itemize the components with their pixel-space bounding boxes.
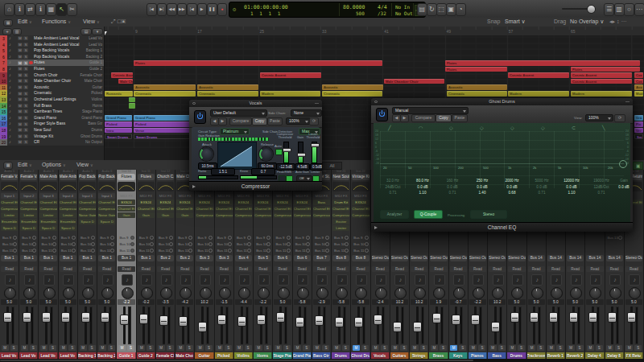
strip-mute-button[interactable]: M (333, 345, 341, 351)
more-icon[interactable]: ⋯ (634, 3, 644, 16)
volume-value[interactable]: 10.2 (196, 299, 213, 305)
track-sort-button[interactable]: ▤ (80, 28, 92, 35)
output-slot[interactable]: Bus 1 (138, 255, 155, 261)
processing-dropdown[interactable]: Stereo (470, 210, 507, 219)
pan-knob[interactable] (394, 287, 407, 299)
lcd-tempo[interactable]: 80.0000 (343, 4, 365, 10)
strip-mute-button[interactable]: M (489, 345, 497, 351)
pause-button[interactable]: ❚❚ (207, 3, 217, 16)
fader-knob[interactable] (198, 322, 207, 332)
fader-knob[interactable] (139, 314, 148, 324)
output-slot[interactable]: Bus 14 (606, 255, 623, 261)
region-grand-piano[interactable]: Grand Piano (105, 115, 132, 121)
arrange-menu-edit[interactable]: Edit ∨ (18, 19, 32, 24)
automation-mode-button[interactable]: Read (489, 266, 506, 272)
send-slot[interactable]: Bus 9 (313, 235, 330, 241)
fader-knob[interactable] (257, 315, 266, 325)
snap-value[interactable]: Smart ∨ (505, 19, 526, 25)
strip-solo-button[interactable]: S (322, 345, 329, 351)
track-solo-button[interactable]: S (23, 92, 28, 96)
plugin-slot[interactable]: Gain (118, 212, 134, 218)
output-slot[interactable]: Bus 1 (39, 255, 56, 261)
fader-knob[interactable] (101, 312, 109, 323)
pan-knob[interactable] (297, 287, 309, 299)
send-knob[interactable] (52, 236, 56, 240)
strip-mute-button[interactable]: M (216, 345, 223, 351)
plugin-slot[interactable]: Compressor (294, 212, 311, 218)
region-cinematic[interactable]: Cinematic (197, 91, 258, 97)
send-knob[interactable] (345, 242, 349, 246)
send-knob[interactable] (110, 249, 114, 253)
pan-knob[interactable] (316, 287, 328, 299)
fader-knob[interactable] (530, 312, 539, 323)
track-solo-button[interactable]: S (23, 55, 28, 59)
strip-eq-thumbnail[interactable] (1, 182, 18, 191)
plugin-slot[interactable]: Space D (79, 219, 96, 224)
plugin-slot[interactable]: Channel EQ (254, 206, 271, 212)
send-slot[interactable]: Bus 10 (352, 241, 369, 247)
fader-knob[interactable] (549, 312, 558, 323)
send-slot[interactable]: Bus 9 (196, 235, 213, 241)
output-slot[interactable]: Bus 14 (586, 255, 603, 261)
region-intro[interactable]: Intro (105, 128, 132, 134)
send-slot[interactable]: Bus 11 (98, 248, 115, 253)
output-slot[interactable]: Bus 1 (20, 255, 37, 261)
track-mute-button[interactable]: M (18, 79, 23, 83)
send-knob[interactable] (287, 236, 291, 240)
plugin-slot[interactable]: Channel EQ (138, 206, 155, 212)
pan-knob[interactable] (23, 287, 35, 299)
automation-mode-button[interactable]: Read (20, 266, 37, 272)
send-slot[interactable]: Bus 11 (274, 248, 291, 253)
strip-mute-button[interactable]: M (21, 345, 28, 351)
track-solo-button[interactable]: S (23, 61, 28, 65)
plugin-slot[interactable]: Compressor (39, 206, 56, 212)
strip-mute-button[interactable]: M (177, 345, 184, 351)
track-mute-button[interactable]: M (18, 97, 23, 101)
volume-value[interactable]: 5.0 (508, 299, 525, 305)
automation-mode-button[interactable]: Read (567, 266, 584, 272)
send-slot[interactable]: Bus 11 (332, 248, 349, 253)
strip-input-slot[interactable]: MIDI FX (235, 193, 252, 199)
track-mute-button[interactable]: M (18, 73, 23, 77)
eq-master-gain-readout[interactable]: Gain0.0 dB (615, 178, 630, 190)
track-solo-button[interactable]: S (23, 36, 28, 40)
send-slot[interactable]: Bus 9 (274, 235, 291, 241)
send-slot[interactable]: Bus 11 (216, 248, 233, 253)
fader-knob[interactable] (237, 316, 246, 327)
automation-mode-button[interactable]: Read (313, 266, 330, 272)
output-slot[interactable]: Bus 5 (254, 255, 271, 261)
send-knob[interactable] (110, 236, 114, 240)
instrument-slot[interactable]: EXS24 (196, 200, 213, 205)
automation-mode-button[interactable]: Read (216, 266, 233, 272)
send-slot[interactable]: Bus 11 (254, 248, 271, 253)
record-button[interactable]: ● (217, 3, 228, 16)
strip-eq-thumbnail[interactable] (60, 182, 76, 191)
volume-value[interactable]: 10.2 (411, 299, 427, 305)
strip-solo-button[interactable]: S (49, 345, 56, 351)
mixer-menu-view[interactable]: View ∨ (76, 162, 93, 167)
fader-knob[interactable] (315, 315, 324, 326)
output-slot[interactable]: Bus 1 (1, 255, 18, 261)
region-block[interactable] (129, 103, 135, 109)
send-slot[interactable]: Bus 10 (98, 241, 115, 247)
quick-help-icon[interactable]: ⇄ (25, 3, 35, 16)
toolbar-icon-4[interactable]: ◔ (456, 3, 466, 16)
automation-mode-button[interactable]: Read (79, 266, 96, 272)
fader-knob[interactable] (471, 315, 480, 325)
strip-mute-button[interactable]: M (568, 345, 575, 351)
volume-value[interactable]: -0.2 (138, 299, 155, 305)
send-knob[interactable] (345, 236, 349, 240)
strip-input-slot[interactable]: MIDI FX (254, 193, 271, 199)
instrument-slot[interactable]: EXS24 (176, 200, 193, 205)
send-knob[interactable] (247, 249, 251, 253)
eq-band-readout[interactable]: 32.0 Hz24dB/Oct0.71 (378, 178, 407, 196)
strip-name-button[interactable]: Female V... (20, 174, 37, 180)
send-slot[interactable]: Bus 9 (138, 235, 155, 241)
send-slot[interactable]: Bus 10 (20, 241, 37, 247)
go-end-button[interactable]: ▶| (157, 3, 167, 16)
automation-mode-button[interactable]: Read (60, 266, 76, 272)
plugin-slot[interactable]: Compressor (216, 212, 233, 218)
volume-value[interactable]: 5.0 (606, 299, 623, 305)
track-solo-button[interactable]: S (23, 134, 28, 138)
send-knob[interactable] (325, 236, 329, 240)
